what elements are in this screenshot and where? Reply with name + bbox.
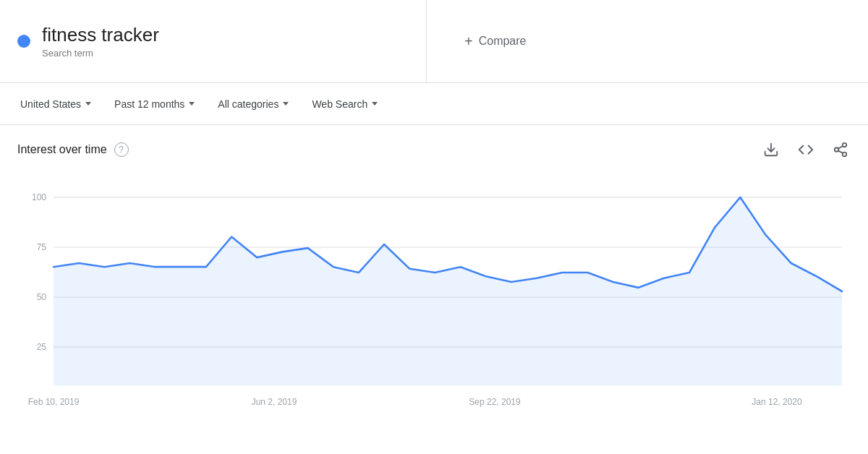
section-header: Interest over time ?: [17, 140, 851, 160]
search-term-dot: [17, 35, 30, 48]
filters-bar: United States Past 12 months All categor…: [0, 83, 868, 125]
section-actions: [761, 140, 851, 160]
y-axis-50: 50: [37, 292, 46, 302]
x-axis-feb: Feb 10, 2019: [28, 396, 80, 406]
compare-button[interactable]: + Compare: [456, 27, 535, 56]
embed-icon[interactable]: [796, 140, 816, 160]
categories-filter[interactable]: All categories: [209, 94, 297, 114]
svg-line-5: [838, 146, 843, 149]
share-icon[interactable]: [830, 140, 851, 160]
location-filter[interactable]: United States: [12, 94, 100, 114]
search-type-filter[interactable]: Web Search: [303, 94, 386, 114]
main-content: Interest over time ?: [0, 125, 868, 434]
search-term-text: fitness tracker Search term: [42, 24, 159, 59]
categories-label: All categories: [218, 98, 278, 110]
time-range-chevron-icon: [189, 102, 195, 106]
section-title-group: Interest over time ?: [17, 142, 129, 157]
svg-line-4: [838, 150, 843, 153]
y-axis-100: 100: [32, 192, 46, 202]
compare-label: Compare: [479, 35, 527, 48]
location-chevron-icon: [85, 102, 91, 106]
x-axis-jan: Jan 12, 2020: [752, 396, 801, 406]
download-icon[interactable]: [761, 140, 781, 160]
plus-icon: +: [464, 33, 473, 50]
time-range-label: Past 12 months: [114, 98, 184, 110]
chart-svg: 100 75 50 25 Feb 10, 2019 Jun 2, 2019 Se…: [17, 174, 851, 420]
x-axis-jun: Jun 2, 2019: [252, 396, 297, 406]
y-axis-25: 25: [37, 342, 46, 352]
header: fitness tracker Search term + Compare: [0, 0, 868, 83]
time-range-filter[interactable]: Past 12 months: [106, 94, 203, 114]
search-type-label: Web Search: [312, 98, 367, 110]
search-term-panel: fitness tracker Search term: [0, 0, 427, 82]
section-title: Interest over time: [17, 143, 107, 156]
search-term-name: fitness tracker: [42, 24, 159, 46]
search-term-type: Search term: [42, 48, 159, 59]
help-icon[interactable]: ?: [114, 142, 129, 157]
compare-panel: + Compare: [427, 0, 868, 82]
search-type-chevron-icon: [372, 102, 378, 106]
location-label: United States: [20, 98, 81, 110]
y-axis-75: 75: [37, 242, 46, 252]
x-axis-sep: Sep 22, 2019: [469, 396, 520, 406]
categories-chevron-icon: [283, 102, 289, 106]
chart-container: 100 75 50 25 Feb 10, 2019 Jun 2, 2019 Se…: [17, 174, 851, 420]
chart-area-fill: [54, 197, 842, 385]
